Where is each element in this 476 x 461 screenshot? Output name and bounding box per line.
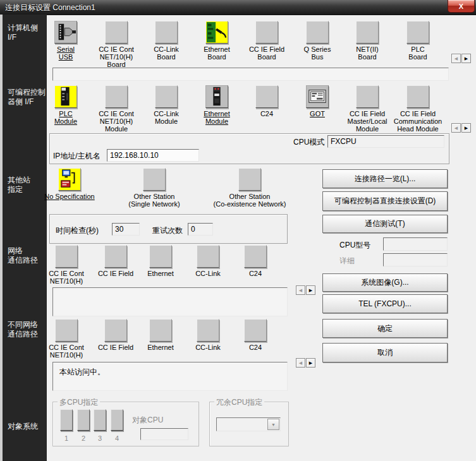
sidebar: 计算机侧 I/F 可编程控制 器侧 I/F 其他站 指定 网络 通信路径 不同网…	[0, 15, 47, 461]
cpu1-tile[interactable]	[60, 409, 73, 431]
network-route-scroll-left-button[interactable]: ◀	[296, 285, 305, 295]
cc-ie-field-head-icon	[406, 85, 429, 108]
left-arrow-icon: ◀	[455, 56, 458, 61]
status-box: 本站访问中。	[52, 362, 288, 391]
cc-ie-field-diff-icon	[104, 319, 127, 342]
cc-ie-cont-route-icon	[55, 245, 78, 268]
sidebar-label-target-system: 对象系统	[8, 422, 38, 431]
c24-route-icon	[244, 245, 267, 268]
icon-label: CC IE Cont NET/10(H)	[38, 270, 95, 285]
direct-connection-button[interactable]: 可编程控制器直接连接设置(D)	[322, 191, 448, 211]
cancel-button[interactable]: 取消	[322, 343, 448, 362]
ethernet-module-icon	[205, 85, 228, 108]
cpu-model-label: CPU型号	[339, 240, 370, 251]
network-route-scroll-right-button[interactable]: ▶	[306, 285, 315, 295]
time-check-field[interactable]: 30	[112, 223, 140, 236]
left-arrow-icon: ◀	[299, 288, 302, 292]
sidebar-label-diff-network-route: 不同网络 通信路径	[8, 320, 38, 339]
network-route-cc-ie-cont[interactable]: CC IE Cont NET/10(H)	[38, 245, 95, 285]
q-series-bus-icon	[306, 21, 329, 44]
time-check-label: 时间检查(秒)	[56, 225, 99, 236]
network-route-c24[interactable]: C24	[227, 245, 284, 277]
network-route-detail-box	[52, 287, 288, 316]
no-specification-icon	[58, 168, 81, 191]
cc-ie-field-route-icon	[104, 245, 127, 268]
cpu-model-field	[383, 237, 448, 251]
status-text: 本站访问中。	[53, 362, 287, 382]
pc-if-plc-board[interactable]: PLC Board	[386, 21, 449, 61]
ip-address-label: IP地址/主机名	[53, 151, 101, 162]
left-arrow-icon: ◀	[455, 126, 458, 130]
close-icon: X	[459, 3, 463, 10]
redundant-cpu-group-title: 冗余CPU指定	[214, 397, 264, 408]
diff-route-scroll-right-button[interactable]: ▶	[306, 358, 315, 368]
icon-label: Other Station (Single Network)	[113, 193, 195, 208]
icon-label: C24	[227, 270, 284, 277]
detail-label: 详细	[339, 256, 355, 266]
cc-link-route-icon	[197, 245, 219, 268]
cpu3-number: 3	[93, 434, 107, 442]
title-bar: 连接目标设置 Connection1 X	[0, 0, 476, 15]
cc-link-board-icon	[155, 21, 178, 44]
plc-if-cc-ie-field-head[interactable]: CC IE Field Communication Head Module	[386, 85, 449, 133]
ip-address-field[interactable]: 192.168.10.10	[107, 149, 199, 162]
sidebar-label-pc-if: 计算机侧 I/F	[8, 23, 38, 42]
cpu1-number: 1	[59, 434, 73, 442]
system-image-button[interactable]: 系统图像(G)...	[322, 273, 448, 292]
other-station-single-icon	[143, 168, 166, 191]
serial-usb-icon	[54, 21, 77, 44]
chevron-down-icon: ▼	[267, 419, 279, 430]
icon-label: PLC Board	[386, 45, 449, 61]
detail-field	[383, 253, 448, 266]
retry-count-label: 重试次数	[152, 225, 183, 236]
icon-label: CC IE Cont NET/10(H)	[38, 344, 95, 359]
cpu-mode-field[interactable]: FXCPU	[327, 135, 444, 148]
ethernet-diff-icon	[149, 319, 172, 342]
diff-route-scroll-left-button[interactable]: ◀	[296, 358, 305, 368]
diff-route-c24[interactable]: C24	[227, 319, 284, 351]
pc-if-scroll-right-button[interactable]: ▶	[461, 54, 471, 63]
diff-route-cc-ie-cont[interactable]: CC IE Cont NET/10(H)	[38, 319, 95, 359]
other-station-single-network[interactable]: Other Station (Single Network)	[113, 168, 195, 208]
ok-button[interactable]: 确定	[322, 319, 448, 338]
other-station-coexistence-icon	[238, 168, 261, 191]
sidebar-label-network-route: 网络 通信路径	[8, 246, 38, 265]
redundant-cpu-select[interactable]: ▼	[216, 417, 281, 431]
target-cpu-field	[140, 428, 188, 440]
cc-ie-cont-diff-icon	[55, 319, 78, 342]
connection-path-list-button[interactable]: 连接路径一览(L)...	[322, 169, 448, 188]
plc-module-icon	[54, 85, 77, 108]
icon-label: Other Station (Co-existence Network)	[202, 193, 297, 208]
plc-if-scroll-right-button[interactable]: ▶	[461, 123, 471, 133]
right-arrow-icon: ▶	[309, 288, 312, 292]
got-icon	[306, 85, 329, 108]
icon-label: CC IE Field Communication Head Module	[386, 110, 449, 133]
close-button[interactable]: X	[448, 0, 475, 13]
plc-if-scroll-left-button[interactable]: ◀	[451, 123, 461, 133]
ethernet-route-icon	[149, 245, 172, 268]
cpu2-tile[interactable]	[77, 409, 90, 431]
other-station-no-specification[interactable]: No Specification	[32, 168, 107, 200]
cc-ie-field-master-local-icon	[356, 85, 379, 108]
cc-ie-cont-module-icon	[105, 85, 128, 108]
icon-label: C24	[227, 344, 284, 351]
c24-icon	[255, 85, 278, 108]
right-arrow-icon: ▶	[309, 361, 312, 365]
cpu-mode-label: CPU模式	[293, 137, 324, 148]
retry-count-field[interactable]: 0	[188, 223, 213, 236]
communication-test-button[interactable]: 通信测试(T)	[322, 215, 448, 233]
plc-board-icon	[406, 21, 429, 44]
left-arrow-icon: ◀	[299, 361, 302, 365]
sidebar-label-other-station: 其他站 指定	[8, 176, 30, 195]
cpu4-number: 4	[110, 434, 124, 442]
multi-cpu-group-title: 多CPU指定	[58, 397, 100, 408]
right-arrow-icon: ▶	[465, 56, 468, 61]
pc-if-scroll-left-button[interactable]: ◀	[451, 54, 461, 63]
cc-ie-field-board-icon	[255, 21, 278, 44]
net2-board-icon	[356, 21, 379, 44]
other-station-coexistence-network[interactable]: Other Station (Co-existence Network)	[202, 168, 297, 208]
cpu4-tile[interactable]	[111, 409, 123, 431]
tel-button[interactable]: TEL (FXCPU)...	[322, 294, 448, 313]
c24-diff-icon	[244, 319, 267, 342]
cpu3-tile[interactable]	[94, 409, 106, 431]
